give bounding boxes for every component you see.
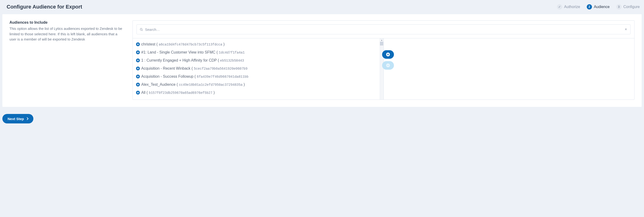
audience-item[interactable]: christest ( a6ca19d4fc478d47bcb73c5f113f… — [136, 40, 379, 48]
scroll-up-icon[interactable]: ▴ — [381, 38, 382, 42]
plus-circle-icon — [136, 91, 140, 95]
audience-hash: 1dc4d7f1fa4a1 — [219, 51, 245, 55]
next-step-button[interactable]: Next Step — [2, 114, 33, 123]
search-icon — [140, 28, 143, 31]
plus-circle-icon — [136, 83, 140, 86]
audience-hash: a6ca19d4fc478d47bcb73c5f113fdcca — [159, 43, 222, 47]
audience-label: 1 : Currently Engaged + High Affinity fo… — [141, 58, 244, 63]
config-card: Audiences to Include This option allows … — [2, 14, 642, 107]
clear-icon[interactable]: × — [624, 27, 628, 32]
svg-line-1 — [142, 30, 143, 31]
audience-item[interactable]: Acquisition - Recent Winback ( 5cecf2aa7… — [136, 64, 379, 73]
audience-hash: 5cecf2aa79b0a5641920e0607b9 — [194, 67, 248, 71]
step-label: Authorize — [564, 5, 580, 9]
search-input[interactable] — [145, 28, 624, 32]
audience-label: christest ( a6ca19d4fc478d47bcb73c5f113f… — [141, 42, 224, 47]
stepper: ✓ Authorize 2 Audience 3 Configure — [557, 4, 640, 10]
selected-audiences-panel — [384, 38, 634, 100]
checkmark-icon: ✓ — [557, 4, 562, 10]
next-step-label: Next Step — [8, 117, 24, 121]
audience-hash: eb5132b58443 — [220, 59, 244, 63]
plus-circle-icon — [136, 75, 140, 78]
plus-icon — [386, 53, 390, 56]
audience-item[interactable]: Alex_Test_Audience ( cc49e18b01a1c2efd79… — [136, 81, 379, 89]
audience-hash: b157f0f23db259670a65ad6976ef5b27 — [149, 91, 212, 95]
audience-picker: × christest ( a6ca19d4fc478d47bcb73c5f11… — [132, 20, 634, 100]
step-configure[interactable]: 3 Configure — [616, 4, 640, 10]
audience-item[interactable]: #1: Land - Single Customer View into SFM… — [136, 48, 379, 56]
remove-all-button — [382, 61, 394, 70]
audience-label: Acquisition - Recent Winback ( 5cecf2aa7… — [141, 66, 248, 71]
audience-item[interactable]: 1 : Currently Engaged + High Affinity fo… — [136, 56, 379, 64]
step-number-icon: 2 — [587, 4, 592, 10]
audience-item[interactable]: All ( b157f0f23db259670a65ad6976ef5b27 ) — [136, 89, 379, 97]
step-authorize[interactable]: ✓ Authorize — [557, 4, 580, 10]
step-label: Configure — [624, 5, 640, 9]
section-description: This option allows the list of Lytics au… — [10, 26, 123, 42]
plus-circle-icon — [136, 67, 140, 70]
audience-hash: 6fa439e7f46d9667041da811bb — [197, 75, 248, 79]
search-box: × — [136, 24, 630, 34]
chevron-right-icon — [27, 117, 29, 120]
step-label: Audience — [594, 5, 610, 9]
scroll-thumb[interactable] — [380, 42, 383, 46]
available-audiences-panel: christest ( a6ca19d4fc478d47bcb73c5f113f… — [133, 38, 384, 100]
step-number-icon: 3 — [616, 4, 622, 10]
audience-label: #1: Land - Single Customer View into SFM… — [141, 50, 245, 55]
minus-icon — [386, 64, 390, 67]
audience-hash: cc49e18b01a1c2efd7950ac37294835a — [179, 83, 242, 87]
audience-item[interactable]: Acquisition - Success Followup ( 6fa439e… — [136, 73, 379, 81]
audience-label: Acquisition - Success Followup ( 6fa439e… — [141, 74, 248, 79]
audience-label: Alex_Test_Audience ( cc49e18b01a1c2efd79… — [141, 82, 245, 87]
page-title: Configure Audience for Export — [6, 4, 82, 10]
audience-label: All ( b157f0f23db259670a65ad6976ef5b27 ) — [141, 91, 215, 95]
plus-circle-icon — [136, 42, 140, 46]
step-audience[interactable]: 2 Audience — [587, 4, 610, 10]
section-title: Audiences to Include — [10, 20, 123, 25]
plus-circle-icon — [136, 59, 140, 62]
plus-circle-icon — [136, 51, 140, 54]
add-all-button[interactable] — [382, 50, 394, 59]
